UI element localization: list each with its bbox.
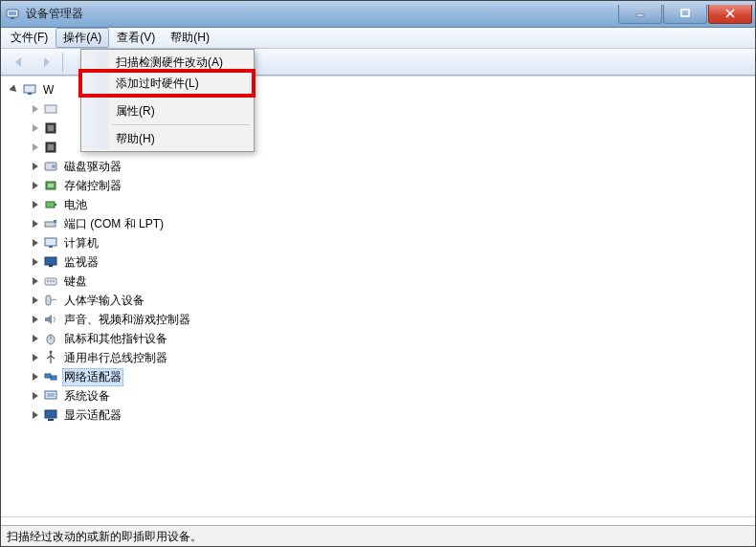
- dropdown-separator: [112, 97, 250, 98]
- tree-row[interactable]: 端口 (COM 和 LPT): [9, 214, 755, 233]
- display-icon: [43, 407, 58, 423]
- tree-row[interactable]: 监视器: [9, 252, 755, 272]
- device-manager-window: 设备管理器 文件(F) 操作(A) 查看(V) 帮助(H): [0, 0, 756, 547]
- storage-icon: [43, 178, 58, 193]
- toolbar-separator: [62, 53, 63, 72]
- svg-rect-36: [47, 393, 55, 397]
- svg-rect-6: [28, 93, 32, 95]
- svg-rect-7: [45, 105, 56, 113]
- menu-file[interactable]: 文件(F): [3, 28, 56, 48]
- back-button[interactable]: [7, 52, 32, 73]
- expander-icon[interactable]: [30, 256, 41, 268]
- tree-row[interactable]: 鼠标和其他指针设备: [9, 329, 755, 348]
- menu-action[interactable]: 操作(A): [56, 28, 109, 48]
- network-icon: [43, 369, 58, 384]
- expander-icon[interactable]: [30, 314, 41, 325]
- expander-icon[interactable]: [30, 275, 41, 287]
- svg-rect-23: [49, 265, 53, 267]
- expander-icon[interactable]: [30, 122, 41, 134]
- menu-view[interactable]: 查看(V): [109, 28, 163, 48]
- expander-icon[interactable]: [30, 371, 41, 383]
- titlebar: 设备管理器: [1, 1, 755, 28]
- tree-row[interactable]: 存储控制器: [9, 176, 755, 195]
- svg-rect-11: [48, 144, 54, 150]
- svg-rect-22: [45, 257, 56, 265]
- close-button[interactable]: [708, 5, 752, 24]
- menubar: 文件(F) 操作(A) 查看(V) 帮助(H): [1, 28, 755, 49]
- dropdown-separator: [112, 124, 250, 125]
- menu-help-item[interactable]: 帮助(H): [83, 128, 252, 149]
- tree-row-network[interactable]: 网络适配器: [9, 367, 755, 386]
- svg-point-31: [50, 351, 53, 354]
- expander-icon[interactable]: [30, 409, 41, 421]
- expander-icon[interactable]: [30, 161, 41, 172]
- tree-root-label: W: [41, 82, 56, 98]
- window-title: 设备管理器: [26, 6, 618, 22]
- expander-icon[interactable]: [30, 142, 41, 153]
- tree-row[interactable]: 磁盘驱动器: [9, 157, 755, 176]
- action-dropdown: 扫描检测硬件改动(A) 添加过时硬件(L) 属性(R) 帮助(H): [80, 49, 255, 152]
- tree-row[interactable]: 声音、视频和游戏控制器: [9, 310, 755, 329]
- svg-rect-25: [47, 280, 49, 282]
- expander-icon[interactable]: [30, 237, 41, 249]
- svg-rect-17: [55, 204, 56, 206]
- monitor-icon: [43, 254, 58, 270]
- expander-icon[interactable]: [30, 295, 41, 306]
- computer-icon: [22, 82, 37, 98]
- tree-row[interactable]: 通用串行总线控制器: [9, 348, 755, 367]
- svg-rect-1: [9, 11, 16, 15]
- svg-rect-20: [45, 238, 56, 246]
- app-icon: [5, 7, 20, 22]
- statusbar-text: 扫描经过改动的或新的即插即用设备。: [7, 530, 202, 543]
- svg-rect-38: [48, 419, 54, 421]
- expander-icon[interactable]: [30, 199, 41, 210]
- maximize-button[interactable]: [663, 5, 707, 24]
- battery-icon: [43, 197, 58, 212]
- svg-rect-5: [24, 85, 35, 93]
- port-icon: [43, 216, 58, 231]
- svg-rect-9: [48, 125, 54, 131]
- expander-icon[interactable]: [9, 84, 20, 96]
- svg-rect-27: [53, 280, 55, 282]
- svg-rect-26: [50, 280, 52, 282]
- menu-help[interactable]: 帮助(H): [163, 28, 217, 48]
- expander-icon[interactable]: [30, 352, 41, 363]
- expander-icon[interactable]: [30, 218, 41, 230]
- tree-row[interactable]: 电池: [9, 195, 755, 214]
- menu-properties[interactable]: 属性(R): [83, 100, 252, 121]
- svg-rect-16: [46, 202, 55, 208]
- svg-rect-21: [49, 246, 53, 248]
- window-controls: [618, 5, 752, 24]
- expander-icon[interactable]: [30, 333, 41, 344]
- forward-button[interactable]: [33, 52, 58, 73]
- tree-row[interactable]: 人体学输入设备: [9, 291, 755, 310]
- usb-icon: [43, 350, 58, 365]
- expander-icon[interactable]: [30, 180, 41, 191]
- svg-rect-15: [48, 184, 54, 187]
- svg-rect-37: [45, 410, 56, 418]
- expander-icon[interactable]: [30, 103, 41, 115]
- tree-row[interactable]: 键盘: [9, 272, 755, 291]
- processor-icon: [43, 120, 58, 136]
- menu-add-legacy-hardware[interactable]: 添加过时硬件(L): [83, 73, 252, 94]
- svg-point-13: [52, 164, 56, 168]
- expander-icon[interactable]: [30, 390, 41, 402]
- svg-rect-2: [11, 17, 14, 19]
- keyboard-icon: [43, 274, 58, 289]
- system-icon: [43, 388, 58, 404]
- svg-rect-19: [54, 220, 56, 223]
- tree-row[interactable]: 系统设备: [9, 386, 755, 405]
- tree-row[interactable]: 计算机: [9, 233, 755, 252]
- menu-scan-hardware[interactable]: 扫描检测硬件改动(A): [83, 52, 252, 73]
- processor-icon: [43, 140, 58, 155]
- svg-rect-4: [681, 10, 689, 16]
- statusbar: 扫描经过改动的或新的即插即用设备。: [1, 525, 755, 546]
- mouse-icon: [43, 331, 58, 346]
- svg-rect-3: [636, 14, 644, 16]
- disk-icon: [43, 159, 58, 174]
- svg-rect-28: [46, 295, 51, 305]
- tree-row[interactable]: 显示适配器: [9, 405, 755, 425]
- hid-icon: [43, 293, 58, 308]
- minimize-button[interactable]: [618, 5, 662, 24]
- ide-icon: [43, 101, 58, 117]
